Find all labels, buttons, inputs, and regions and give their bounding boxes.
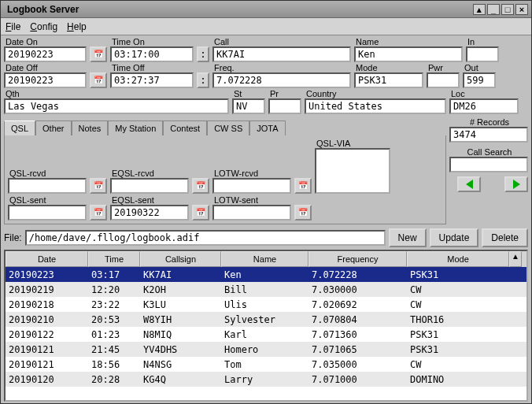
qth-input[interactable] [4,98,229,114]
tab-cw-ss[interactable]: CW SS [207,120,249,135]
time-on-set-button[interactable]: : [197,46,209,62]
cell-mode: DOMINO [407,374,509,385]
table-row[interactable]: 2019012020:28KG4QLarry7.071000DOMINO [6,372,526,387]
cell-mode: PSK31 [407,329,509,340]
col-mode[interactable]: Mode [407,251,509,267]
col-callsign[interactable]: Callsign [140,251,221,267]
scroll-up-button[interactable]: ▲ [509,251,522,267]
delete-button[interactable]: Delete [482,228,528,247]
pr-input[interactable] [268,98,301,114]
call-search-input[interactable] [449,157,528,172]
cell-callsign: KK7AI [140,269,221,280]
table-row[interactable]: 2019012201:23N8MIQKarl7.071360PSK31 [6,327,526,342]
cell-callsign: KG4Q [140,374,221,385]
next-record-button[interactable] [504,176,528,192]
freq-input[interactable] [212,72,351,88]
col-date[interactable]: Date [6,251,88,267]
close-button[interactable]: × [515,4,528,15]
date-on-picker-icon[interactable]: 📅 [90,46,107,62]
col-frequency[interactable]: Frequency [308,251,407,267]
in-input[interactable] [466,46,499,62]
maximize-button[interactable]: □ [501,4,514,15]
cell-callsign: W8YIH [140,314,221,325]
qsl-sent-input[interactable] [8,205,87,221]
qsl-rcvd-picker-icon[interactable]: 📅 [90,178,107,194]
cell-callsign: YV4DHS [140,344,221,355]
cell-mode: CW [407,299,509,310]
label-num-records: # Records [449,117,528,127]
cell-mode: PSK31 [407,344,509,355]
st-input[interactable] [232,98,265,114]
eqsl-rcvd-input[interactable] [110,178,189,194]
cell-time: 12:20 [88,284,140,295]
label-lotw-rcvd: LOTW-rcvd [212,169,291,178]
cell-date: 20190218 [6,299,88,310]
label-out: Out [463,63,496,72]
eqsl-sent-input[interactable] [110,205,189,221]
minimize-button[interactable]: _ [487,4,500,15]
cell-name: Sylvester [221,314,308,325]
prev-record-button[interactable] [457,176,481,192]
menu-file[interactable]: File [6,21,20,32]
qsl-sent-picker-icon[interactable]: 📅 [90,205,107,221]
eqsl-rcvd-picker-icon[interactable]: 📅 [192,178,209,194]
menu-config[interactable]: Config [30,21,57,32]
label-time-on: Time On [110,37,194,46]
table-header: Date Time Callsign Name Frequency Mode ▲ [6,251,526,267]
tab-other[interactable]: Other [35,120,72,135]
file-path-input[interactable] [25,230,386,246]
cell-time: 20:28 [88,374,140,385]
label-pr: Pr [268,89,301,98]
tab-contest[interactable]: Contest [163,120,207,135]
lotw-sent-picker-icon[interactable]: 📅 [294,205,312,221]
cell-frequency: 7.070804 [308,314,407,325]
table-row[interactable]: 2019022303:17KK7AIKen7.072228PSK31 [6,267,526,282]
arrow-left-icon [466,180,473,189]
tab-my-station[interactable]: My Station [108,120,163,135]
app-window: Logbook Server ▴ _ □ × File Config Help … [0,0,532,404]
time-off-input[interactable] [110,72,194,88]
date-on-input[interactable] [4,46,87,62]
tab-notes[interactable]: Notes [72,120,109,135]
window-title: Logbook Server [4,4,471,15]
lotw-rcvd-picker-icon[interactable]: 📅 [294,178,312,194]
cell-time: 21:45 [88,344,140,355]
out-input[interactable] [463,72,496,88]
col-time[interactable]: Time [88,251,140,267]
time-on-input[interactable] [110,46,194,62]
table-row[interactable]: 2019021912:20K2OHBill7.030000CW [6,282,526,297]
mode-input[interactable] [354,72,423,88]
date-off-picker-icon[interactable]: 📅 [90,72,107,88]
lotw-rcvd-input[interactable] [212,178,291,194]
call-input[interactable] [212,46,351,62]
label-qsl-via: QSL-VIA [315,139,390,148]
label-date-on: Date On [4,37,87,46]
col-name[interactable]: Name [221,251,308,267]
table-row[interactable]: 2019021823:22K3LUUlis7.020692CW [6,297,526,312]
qsl-via-input[interactable] [315,148,390,194]
pin-button[interactable]: ▴ [473,4,486,15]
cell-frequency: 7.030000 [308,284,407,295]
pwr-input[interactable] [427,72,460,88]
new-button[interactable]: New [389,228,427,247]
table-row[interactable]: 2019012118:56N4NSGTom7.035000CW [6,357,526,372]
label-loc: Loc [449,89,519,98]
cell-frequency: 7.035000 [308,359,407,370]
num-records-input[interactable] [449,127,528,143]
table-row[interactable]: 2019012121:45YV4DHSHomero7.071065PSK31 [6,342,526,357]
qsl-rcvd-input[interactable] [8,178,87,194]
date-off-input[interactable] [4,72,87,88]
update-button[interactable]: Update [430,228,479,247]
name-input[interactable] [354,46,463,62]
tab-qsl[interactable]: QSL [4,120,35,135]
label-call: Call [212,37,351,46]
menu-help[interactable]: Help [67,21,87,32]
cell-name: Ken [221,269,308,280]
tab-jota[interactable]: JOTA [249,120,285,135]
table-row[interactable]: 2019021020:53W8YIHSylvester7.070804THOR1… [6,312,526,327]
loc-input[interactable] [449,98,519,114]
country-input[interactable] [305,98,446,114]
time-off-set-button[interactable]: : [197,72,209,88]
eqsl-sent-picker-icon[interactable]: 📅 [192,205,209,221]
lotw-sent-input[interactable] [212,205,291,221]
